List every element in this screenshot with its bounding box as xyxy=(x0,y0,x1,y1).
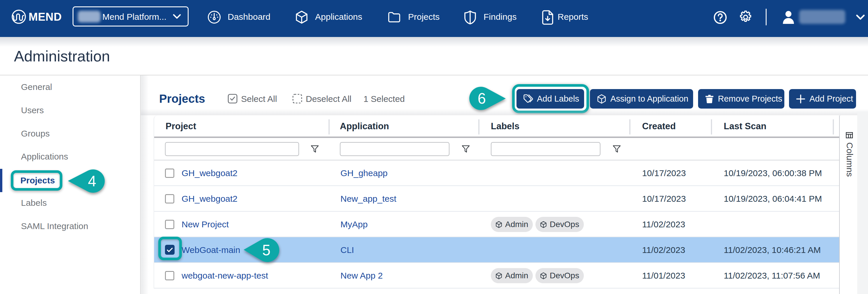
svg-text:4: 4 xyxy=(88,173,96,189)
svg-text:6: 6 xyxy=(478,90,486,107)
svg-text:5: 5 xyxy=(262,242,271,258)
